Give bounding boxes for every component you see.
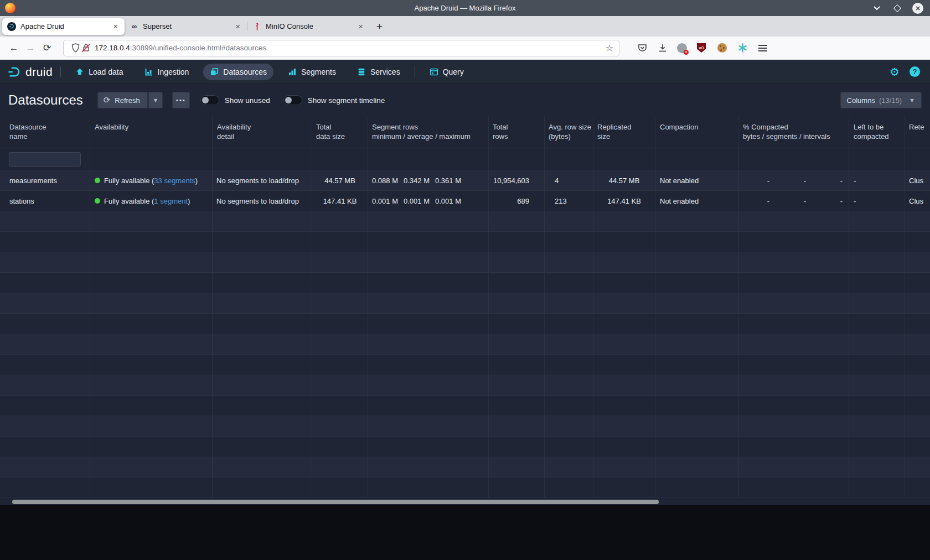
insecure-lock-icon[interactable]: [81, 44, 90, 53]
empty-cell: [739, 355, 849, 375]
empty-cell: [545, 273, 593, 293]
bookmark-star-icon[interactable]: ☆: [606, 43, 613, 53]
back-button[interactable]: ←: [6, 40, 22, 56]
empty-cell: [849, 396, 905, 416]
url-text: 172.18.0.4:30899/unified-console.html#da…: [95, 44, 606, 52]
ublock-origin-icon[interactable]: uO: [695, 42, 707, 54]
empty-cell: [213, 375, 312, 395]
empty-cell: [0, 252, 90, 272]
nav-item-services[interactable]: Services: [350, 64, 407, 80]
window-close-icon[interactable]: ×: [912, 3, 923, 14]
empty-cell: [312, 355, 368, 375]
empty-cell: [489, 232, 545, 252]
tab-close-icon[interactable]: ×: [111, 22, 120, 31]
settings-gear-icon[interactable]: ⚙: [890, 66, 900, 77]
compaction-cell: Not enabled: [655, 191, 739, 211]
empty-cell: [849, 416, 905, 436]
empty-table-row: [0, 232, 930, 252]
total-data-size-cell: 147.41 KB: [312, 191, 368, 211]
menu-icon[interactable]: [757, 42, 769, 54]
nav-divider: [60, 66, 61, 77]
window-maximize-icon[interactable]: [892, 3, 903, 14]
url-bar[interactable]: 172.18.0.4:30899/unified-console.html#da…: [63, 40, 619, 56]
forward-button[interactable]: →: [22, 40, 39, 56]
segment-rows-cell: 0.088 M0.342 M0.361 M: [368, 170, 489, 190]
nav-item-query[interactable]: Query: [423, 64, 471, 80]
column-header-compaction[interactable]: Compaction: [655, 116, 739, 148]
column-header-availability[interactable]: Availability: [90, 116, 213, 148]
empty-table-row: [0, 396, 930, 416]
empty-cell: [545, 457, 593, 477]
column-header-datasource-name[interactable]: Datasourcename: [0, 116, 90, 148]
empty-cell: [655, 293, 739, 313]
new-tab-button[interactable]: +: [370, 20, 389, 33]
empty-cell: [90, 232, 213, 252]
load-data-icon: [75, 68, 84, 76]
columns-label: Columns: [847, 96, 875, 105]
column-header-availability-detail[interactable]: Availabilitydetail: [213, 116, 312, 148]
pocket-icon[interactable]: [636, 42, 648, 54]
empty-cell: [213, 416, 312, 436]
show-unused-toggle[interactable]: [200, 95, 219, 105]
column-header-pct-compacted[interactable]: % Compactedbytes / segments / intervals: [739, 116, 849, 148]
empty-cell: [905, 355, 930, 375]
empty-cell: [655, 375, 739, 395]
tab-close-icon[interactable]: ×: [234, 22, 242, 31]
datasource-row[interactable]: stationsFully available (1 segment)No se…: [0, 191, 930, 211]
datasource-name-filter-input[interactable]: [9, 152, 81, 167]
empty-cell: [905, 314, 930, 334]
empty-table-row: [0, 355, 930, 375]
columns-count: (13/15): [879, 96, 902, 105]
segments-link[interactable]: 1 segment: [154, 197, 188, 205]
refresh-options-caret[interactable]: ▼: [148, 92, 163, 108]
empty-cell: [90, 416, 213, 436]
tab-close-icon[interactable]: ×: [356, 22, 365, 31]
window-minimize-icon[interactable]: [871, 3, 882, 14]
replicated-size-cell: 147.41 KB: [593, 191, 655, 211]
column-header-avg-row-size[interactable]: Avg. row size(bytes): [545, 116, 593, 148]
refresh-button[interactable]: ⟳ Refresh: [97, 92, 148, 108]
nav-item-label: Ingestion: [158, 68, 189, 76]
tab-superset[interactable]: ∞ Superset ×: [125, 18, 247, 35]
empty-cell: [368, 396, 489, 416]
empty-cell: [905, 457, 930, 477]
retention-cell: Clus: [905, 170, 930, 190]
empty-cell: [593, 232, 655, 252]
column-header-segment-rows[interactable]: Segment rowsminimum / average / maximum: [368, 116, 489, 148]
horizontal-scrollbar-thumb[interactable]: [12, 500, 659, 504]
empty-cell: [905, 478, 930, 497]
empty-cell: [593, 252, 655, 272]
more-actions-button[interactable]: •••: [172, 92, 190, 108]
nav-item-ingestion[interactable]: Ingestion: [138, 64, 196, 80]
nav-item-segments[interactable]: Segments: [281, 64, 343, 80]
empty-cell: [593, 355, 655, 375]
column-header-total-data-size[interactable]: Totaldata size: [312, 116, 368, 148]
empty-cell: [655, 355, 739, 375]
column-header-left-to-be-compacted[interactable]: Left to becompacted: [849, 116, 905, 148]
help-icon[interactable]: ?: [910, 66, 920, 77]
cookie-extension-icon[interactable]: [716, 42, 728, 54]
column-header-retention[interactable]: Rete: [905, 116, 930, 148]
column-header-replicated-size[interactable]: Replicatedsize: [593, 116, 655, 148]
columns-button[interactable]: Columns (13/15) ▼: [840, 92, 922, 108]
datasource-row[interactable]: measurementsFully available (33 segments…: [0, 170, 930, 191]
extension-account-icon[interactable]: [677, 43, 687, 53]
downloads-icon[interactable]: [657, 42, 669, 54]
asterisk-extension-icon[interactable]: [736, 42, 748, 54]
empty-cell: [545, 252, 593, 272]
avg-row-size-cell: 4: [545, 170, 593, 190]
show-segment-timeline-toggle[interactable]: [283, 95, 302, 105]
nav-item-datasources[interactable]: Datasources: [203, 64, 273, 80]
shield-icon[interactable]: [69, 42, 81, 54]
segments-link[interactable]: 33 segments: [154, 177, 195, 185]
nav-item-load-data[interactable]: Load data: [69, 64, 130, 80]
druid-logo[interactable]: druid: [8, 65, 53, 79]
empty-cell: [213, 396, 312, 416]
tab-minio-console[interactable]: MinIO Console ×: [247, 18, 370, 35]
empty-cell: [368, 355, 489, 375]
empty-table-row: [0, 273, 930, 293]
empty-cell: [849, 457, 905, 477]
tab-apache-druid[interactable]: Apache Druid ×: [2, 18, 125, 35]
column-header-total-rows[interactable]: Totalrows: [489, 116, 545, 148]
reload-button[interactable]: ⟳: [39, 40, 55, 56]
